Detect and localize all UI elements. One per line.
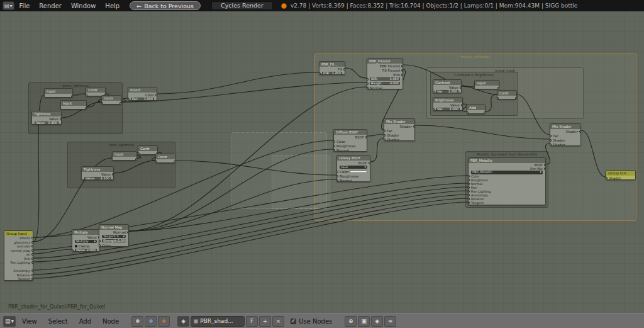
node-title[interactable]: Input	[113, 152, 136, 157]
node-group-output[interactable]: Group Out...Shader	[606, 170, 636, 180]
input-socket[interactable]	[336, 171, 338, 173]
input-socket[interactable]	[367, 78, 369, 81]
editor-type-button[interactable]: ▤▾	[3, 1, 14, 10]
input-socket[interactable]	[72, 249, 74, 252]
output-socket[interactable]	[135, 158, 137, 161]
input-socket[interactable]	[384, 134, 386, 137]
node-title[interactable]: Normal Map	[99, 225, 128, 230]
input-socket[interactable]	[367, 82, 369, 85]
input-socket[interactable]	[367, 87, 369, 89]
node-title[interactable]: Glossy BSDF	[337, 156, 370, 161]
checkbox-icon[interactable]	[75, 245, 77, 247]
node-title[interactable]: PBR_Fresnel	[367, 59, 402, 64]
menu-help[interactable]: Help	[101, 3, 124, 9]
output-socket[interactable]	[174, 161, 175, 163]
slider-widget[interactable]: IOR:1.450	[322, 72, 342, 75]
input-socket[interactable]	[319, 72, 321, 75]
node-title[interactable]: Group Out...	[606, 171, 635, 176]
node-title[interactable]: Mix Shader	[550, 124, 580, 129]
input-socket[interactable]	[550, 139, 552, 142]
node-mix-shader-r[interactable]: Mix ShaderShaderFacShaderShader	[550, 123, 581, 146]
input-socket[interactable]	[128, 98, 130, 101]
node-title[interactable]: Diffuse BSDF	[334, 130, 367, 135]
node-add[interactable]: Add	[467, 105, 486, 114]
node-title[interactable]: Add	[467, 105, 485, 110]
input-socket[interactable]	[550, 144, 552, 146]
node-contr-b[interactable]: Contr	[101, 95, 121, 105]
slider-widget[interactable]: Value:0.400	[35, 122, 58, 125]
output-socket[interactable]	[401, 69, 403, 72]
input-socket[interactable]	[155, 161, 157, 163]
node-title[interactable]: Mix Shader	[384, 119, 414, 124]
browse-nodetree-button[interactable]: ◈	[177, 316, 189, 327]
output-socket[interactable]	[155, 94, 157, 96]
output-socket[interactable]	[31, 269, 33, 272]
frame-ghost-2[interactable]	[272, 155, 330, 209]
menu-add[interactable]: Add	[74, 318, 96, 325]
node-title[interactable]: Group Input	[4, 231, 33, 236]
output-socket[interactable]	[579, 130, 581, 133]
input-socket[interactable]	[433, 108, 435, 111]
menu-view[interactable]: View	[17, 318, 42, 325]
node-title[interactable]: PBR_Metallic	[469, 158, 545, 163]
input-socket[interactable]	[468, 198, 470, 200]
node-contr-d[interactable]: Contr	[155, 154, 175, 163]
editor-type-button-bottom[interactable]: ▤▾	[3, 316, 16, 327]
node-title[interactable]: Multiply	[72, 230, 99, 235]
output-socket[interactable]	[461, 104, 463, 106]
output-socket[interactable]	[31, 274, 33, 276]
menu-file[interactable]: File	[15, 3, 35, 9]
node-title[interactable]: Contr	[86, 88, 105, 93]
snap-button[interactable]: ⊕	[345, 316, 357, 327]
input-socket[interactable]	[468, 201, 470, 204]
slider-widget[interactable]: Val:1.000	[436, 108, 460, 111]
node-title[interactable]: Tightness	[32, 111, 61, 116]
output-socket[interactable]	[515, 97, 517, 99]
node-input-d[interactable]: Input	[474, 80, 499, 89]
node-normal-map[interactable]: Normal MapNormalTangent S...▾Strength:1.…	[99, 224, 129, 247]
output-socket[interactable]	[484, 111, 486, 114]
input-socket[interactable]	[606, 177, 608, 179]
input-socket[interactable]	[433, 91, 435, 93]
slider-widget[interactable]: Value:2.000	[75, 249, 97, 252]
menu-window[interactable]: Window	[67, 3, 100, 9]
pivot-button[interactable]: ◈	[371, 316, 383, 327]
node-contrast[interactable]: ContrastValueVal:1.000	[433, 79, 462, 93]
node-input-b[interactable]: Input	[60, 100, 87, 110]
node-pbr-metallic[interactable]: PBR_MetallicBSDFRim MixPBR_Metallic▾Colo…	[468, 157, 546, 205]
input-socket[interactable]	[138, 152, 140, 155]
input-socket[interactable]	[384, 130, 386, 132]
header-menu-button[interactable]: ≡	[384, 316, 396, 327]
input-socket[interactable]	[468, 175, 470, 178]
output-socket[interactable]	[413, 125, 415, 128]
node-diffuse-bsdf[interactable]: Diffuse BSDFBSDFColorRoughnessNormal	[333, 129, 367, 152]
node-group-input[interactable]: Group Inputalbedoglossinessspecularnorma…	[4, 230, 33, 281]
color-swatch[interactable]	[350, 170, 367, 173]
node-title[interactable]: Input	[45, 89, 72, 94]
input-socket[interactable]	[336, 175, 338, 178]
output-socket[interactable]	[460, 86, 462, 89]
node-mix-shader-l[interactable]: Mix ShaderShaderFacShaderShader	[384, 118, 415, 141]
node-contr-c[interactable]: Contr	[138, 145, 158, 155]
node-title[interactable]: Contr	[102, 96, 121, 101]
render-engine-select[interactable]: Cycles Render	[211, 1, 273, 10]
output-socket[interactable]	[71, 95, 73, 98]
input-socket[interactable]	[467, 111, 469, 114]
node-title[interactable]: Input	[61, 101, 86, 106]
node-title[interactable]: Invert	[128, 88, 157, 93]
output-socket[interactable]	[31, 278, 33, 280]
input-socket[interactable]	[384, 139, 386, 141]
output-socket[interactable]	[31, 257, 33, 260]
node-tree-name-field[interactable]: PBR_shad...	[191, 316, 245, 327]
dropdown-widget[interactable]: Multiply▾	[75, 240, 97, 244]
output-socket[interactable]	[401, 65, 403, 67]
node-title[interactable]: Input	[475, 81, 499, 86]
node-title[interactable]: Contr	[497, 91, 516, 96]
output-socket[interactable]	[112, 173, 114, 176]
unlink-nodetree-button[interactable]: ×	[272, 316, 284, 327]
node-input-a[interactable]: Input	[44, 88, 73, 98]
node-title[interactable]: Contr	[138, 146, 157, 151]
slider-widget[interactable]: Value:2.100	[84, 177, 111, 180]
snap-element-button[interactable]: ▣	[358, 316, 370, 327]
output-socket[interactable]	[31, 249, 33, 252]
